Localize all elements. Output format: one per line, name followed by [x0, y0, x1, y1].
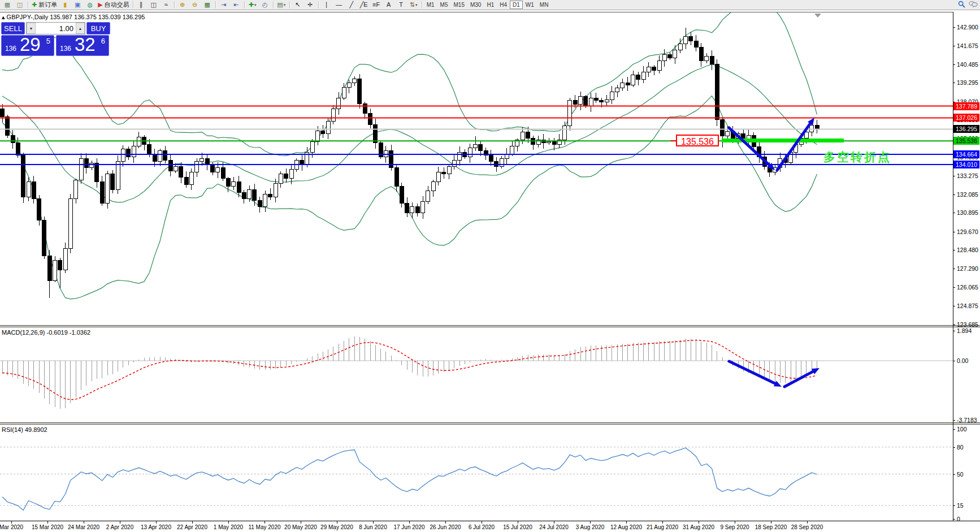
line-chart-icon[interactable]: ≈: [160, 0, 172, 10]
date-axis-tick: [590, 521, 591, 524]
price-axis-label: 129.670: [957, 228, 978, 235]
toolbar-separator: [289, 1, 290, 8]
ask-price-box[interactable]: 136 32 6: [56, 35, 109, 56]
timeframe-w1[interactable]: W1: [523, 1, 537, 9]
date-axis-label: 12 Aug 2020: [610, 524, 642, 530]
chart-window-icon[interactable]: ▦: [1, 0, 14, 10]
market-icon[interactable]: ▮: [59, 0, 71, 10]
equidistant-channel-icon: ╱E: [360, 1, 368, 9]
volume-down-button[interactable]: ▼: [27, 23, 36, 34]
chart-shift-icon[interactable]: ⇤: [230, 0, 242, 10]
candle: [248, 189, 251, 198]
rsi-axis-label: 0: [957, 516, 960, 522]
macd-axis-label: 1.894: [957, 327, 972, 334]
price-axis-tick: [953, 325, 955, 325]
dropdown-caret-icon[interactable]: ▾: [254, 1, 257, 9]
rsi-axis-tick: [953, 429, 955, 430]
timeframe-m15[interactable]: M15: [451, 1, 467, 9]
candle: [662, 55, 666, 61]
search-icon[interactable]: [958, 1, 965, 8]
toolbar-separator: [244, 1, 245, 8]
new-order-button[interactable]: ✚新订单: [30, 0, 59, 10]
turning-point-annotation[interactable]: 多空转折点: [823, 149, 891, 165]
candle: [552, 141, 556, 144]
timeframe-m5[interactable]: M5: [437, 1, 451, 9]
horizontal-line-icon[interactable]: —: [333, 0, 345, 10]
chart-template-icon[interactable]: ▤▾: [275, 0, 288, 10]
buy-button[interactable]: BUY: [86, 22, 110, 34]
sell-button[interactable]: SELL: [1, 22, 25, 34]
candle: [353, 79, 357, 83]
text-icon: A: [387, 1, 391, 9]
timeframe-m30[interactable]: M30: [467, 1, 484, 9]
bid-price-box[interactable]: 136 29 5: [1, 35, 54, 56]
auto-scroll-icon[interactable]: ⇥: [218, 0, 230, 10]
timeframe-m1[interactable]: M1: [424, 1, 437, 9]
candle: [815, 125, 819, 129]
expert-advisors-icon[interactable]: ▣: [71, 0, 84, 10]
date-axis-tick: [264, 521, 265, 524]
price-axis-tick: [953, 287, 955, 288]
candle: [573, 101, 577, 105]
text-label-icon[interactable]: T: [395, 0, 407, 10]
date-axis-label: 9 Sep 2020: [720, 524, 749, 530]
price-axis-tick: [953, 83, 955, 83]
candle: [458, 152, 462, 160]
dropdown-caret-icon[interactable]: ▾: [415, 1, 418, 9]
text-icon[interactable]: A: [383, 0, 395, 10]
vertical-line-icon[interactable]: ∣: [320, 0, 333, 10]
volume-up-button[interactable]: ▲: [76, 23, 85, 34]
zoom-in-icon[interactable]: ⊕: [176, 0, 189, 10]
arrows-icon[interactable]: ⇅▾: [407, 0, 420, 10]
timeframe-h4[interactable]: H4: [497, 1, 510, 9]
candlestick-chart-icon[interactable]: ◫: [148, 0, 160, 10]
candle: [547, 141, 551, 143]
equidistant-channel-icon[interactable]: ╱E: [358, 0, 370, 10]
candle: [216, 168, 220, 172]
timeframe-mn[interactable]: MN: [537, 1, 552, 9]
crosshair-icon[interactable]: ✛: [304, 0, 316, 10]
trendline-icon[interactable]: ╱: [345, 0, 358, 10]
zoom-out-icon[interactable]: ⊖: [189, 0, 201, 10]
collapse-arrow-icon[interactable]: ▴: [2, 14, 5, 20]
chart-window-icon: ▦: [5, 1, 10, 9]
chart-shift-marker-icon[interactable]: [814, 14, 821, 18]
chart-plot[interactable]: [0, 0, 980, 532]
macd-axis-tick: [953, 361, 955, 361]
candle: [579, 97, 583, 105]
rsi-axis-tick: [953, 519, 955, 520]
candle: [415, 206, 419, 213]
candle: [436, 172, 440, 181]
clock-icon[interactable]: ◴: [259, 0, 271, 10]
candle: [652, 67, 656, 70]
symbol-period: GBPJPY-,Daily: [7, 14, 49, 20]
dropdown-caret-icon[interactable]: ▾: [284, 1, 286, 9]
signals-icon[interactable]: ◍: [84, 0, 96, 10]
candle: [74, 180, 78, 199]
autotrading-button: ▶: [98, 1, 102, 9]
price-axis-tick: [953, 250, 955, 250]
ask-pips: 32: [75, 34, 96, 55]
timeframe-d1[interactable]: D1: [510, 1, 523, 9]
candle: [400, 187, 404, 204]
toolbar-separator: [174, 1, 175, 8]
support-price-label[interactable]: 135.536: [676, 135, 719, 146]
rsi-axis-tick: [953, 474, 955, 475]
community-chat-icon[interactable]: [969, 1, 978, 8]
date-axis-label: 17 Jun 2020: [393, 524, 424, 530]
profiles-icon[interactable]: ◫: [14, 0, 26, 10]
volume-input[interactable]: [36, 23, 76, 34]
candle: [68, 199, 72, 249]
fibonacci-icon[interactable]: ≡F: [370, 0, 383, 10]
candle: [237, 181, 241, 192]
bar-chart-icon: ∥: [140, 1, 143, 9]
candle: [11, 135, 15, 143]
timeframe-h1[interactable]: H1: [484, 1, 497, 9]
tile-windows-icon[interactable]: ▦: [201, 0, 214, 10]
date-axis-tick: [409, 521, 410, 524]
cursor-icon[interactable]: ↖: [292, 0, 304, 10]
new-chart-icon[interactable]: ✚▾: [246, 0, 259, 10]
autotrading-button[interactable]: ▶自动交易: [96, 0, 131, 10]
bar-chart-icon[interactable]: ∥: [135, 0, 148, 10]
toolbar-separator: [273, 1, 274, 8]
